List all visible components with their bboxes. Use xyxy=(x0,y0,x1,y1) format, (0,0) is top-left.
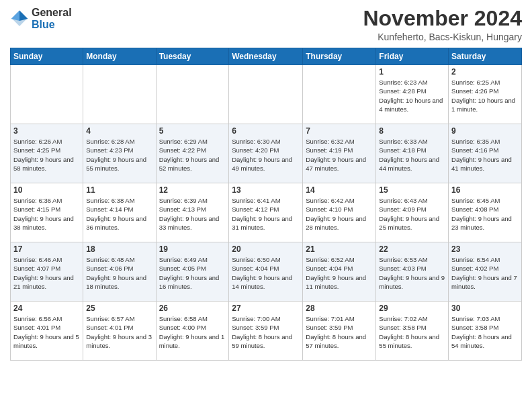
day-info: Sunrise: 6:39 AM Sunset: 4:13 PM Dayligh… xyxy=(159,196,226,232)
day-info: Sunrise: 6:49 AM Sunset: 4:05 PM Dayligh… xyxy=(159,255,226,291)
calendar-week-2: 3Sunrise: 6:26 AM Sunset: 4:25 PM Daylig… xyxy=(11,124,522,183)
weekday-monday: Monday xyxy=(83,48,156,65)
day-number: 4 xyxy=(86,126,152,136)
calendar-cell: 21Sunrise: 6:52 AM Sunset: 4:04 PM Dayli… xyxy=(303,242,376,302)
day-info: Sunrise: 6:53 AM Sunset: 4:03 PM Dayligh… xyxy=(379,255,445,291)
day-number: 18 xyxy=(86,244,152,254)
calendar-cell xyxy=(11,65,83,124)
calendar-cell: 5Sunrise: 6:29 AM Sunset: 4:22 PM Daylig… xyxy=(156,124,229,183)
day-number: 21 xyxy=(306,244,373,254)
day-info: Sunrise: 6:35 AM Sunset: 4:16 PM Dayligh… xyxy=(451,137,519,173)
calendar-week-3: 10Sunrise: 6:36 AM Sunset: 4:15 PM Dayli… xyxy=(11,183,522,242)
calendar-cell: 2Sunrise: 6:25 AM Sunset: 4:26 PM Daylig… xyxy=(449,65,522,124)
day-number: 14 xyxy=(306,185,373,195)
calendar-cell: 25Sunrise: 6:57 AM Sunset: 4:01 PM Dayli… xyxy=(83,302,156,361)
calendar-cell: 9Sunrise: 6:35 AM Sunset: 4:16 PM Daylig… xyxy=(449,124,522,183)
calendar-cell: 16Sunrise: 6:45 AM Sunset: 4:08 PM Dayli… xyxy=(449,183,522,242)
day-info: Sunrise: 6:38 AM Sunset: 4:14 PM Dayligh… xyxy=(86,196,152,232)
location: Kunfeherto, Bacs-Kiskun, Hungary xyxy=(363,32,522,42)
calendar-cell: 3Sunrise: 6:26 AM Sunset: 4:25 PM Daylig… xyxy=(11,124,83,183)
day-number: 24 xyxy=(13,304,80,313)
day-number: 7 xyxy=(306,126,373,136)
day-number: 20 xyxy=(232,244,300,254)
day-info: Sunrise: 7:03 AM Sunset: 3:58 PM Dayligh… xyxy=(451,314,519,350)
day-info: Sunrise: 6:57 AM Sunset: 4:01 PM Dayligh… xyxy=(86,314,152,350)
calendar-cell: 12Sunrise: 6:39 AM Sunset: 4:13 PM Dayli… xyxy=(156,183,229,242)
calendar-cell: 7Sunrise: 6:32 AM Sunset: 4:19 PM Daylig… xyxy=(303,124,376,183)
calendar-cell: 30Sunrise: 7:03 AM Sunset: 3:58 PM Dayli… xyxy=(449,302,522,361)
day-number: 10 xyxy=(13,185,80,195)
weekday-header-row: SundayMondayTuesdayWednesdayThursdayFrid… xyxy=(11,48,522,65)
day-info: Sunrise: 6:29 AM Sunset: 4:22 PM Dayligh… xyxy=(159,137,226,173)
calendar-cell: 23Sunrise: 6:54 AM Sunset: 4:02 PM Dayli… xyxy=(449,242,522,302)
logo-icon xyxy=(10,9,29,28)
calendar-cell: 26Sunrise: 6:58 AM Sunset: 4:00 PM Dayli… xyxy=(156,302,229,361)
day-info: Sunrise: 6:45 AM Sunset: 4:08 PM Dayligh… xyxy=(451,196,519,232)
logo-general: General xyxy=(32,7,72,18)
day-info: Sunrise: 6:41 AM Sunset: 4:12 PM Dayligh… xyxy=(232,196,300,232)
calendar-cell: 24Sunrise: 6:56 AM Sunset: 4:01 PM Dayli… xyxy=(11,302,83,361)
day-info: Sunrise: 6:42 AM Sunset: 4:10 PM Dayligh… xyxy=(306,196,373,232)
calendar-week-1: 1Sunrise: 6:23 AM Sunset: 4:28 PM Daylig… xyxy=(11,65,522,124)
day-info: Sunrise: 7:01 AM Sunset: 3:59 PM Dayligh… xyxy=(306,314,373,350)
month-title: November 2024 xyxy=(363,7,522,30)
calendar-cell: 8Sunrise: 6:33 AM Sunset: 4:18 PM Daylig… xyxy=(376,124,449,183)
weekday-tuesday: Tuesday xyxy=(156,48,229,65)
day-number: 29 xyxy=(379,304,445,313)
calendar-cell: 19Sunrise: 6:49 AM Sunset: 4:05 PM Dayli… xyxy=(156,242,229,302)
day-info: Sunrise: 6:58 AM Sunset: 4:00 PM Dayligh… xyxy=(159,314,226,350)
day-number: 11 xyxy=(86,185,152,195)
calendar-week-4: 17Sunrise: 6:46 AM Sunset: 4:07 PM Dayli… xyxy=(11,242,522,302)
calendar-cell: 10Sunrise: 6:36 AM Sunset: 4:15 PM Dayli… xyxy=(11,183,83,242)
day-number: 19 xyxy=(159,244,226,254)
day-info: Sunrise: 6:54 AM Sunset: 4:02 PM Dayligh… xyxy=(451,255,519,291)
day-number: 1 xyxy=(379,67,445,77)
day-number: 25 xyxy=(86,304,152,313)
day-number: 27 xyxy=(232,304,300,313)
calendar-cell: 15Sunrise: 6:43 AM Sunset: 4:09 PM Dayli… xyxy=(376,183,449,242)
calendar-cell: 17Sunrise: 6:46 AM Sunset: 4:07 PM Dayli… xyxy=(11,242,83,302)
day-info: Sunrise: 6:46 AM Sunset: 4:07 PM Dayligh… xyxy=(13,255,80,291)
day-info: Sunrise: 6:32 AM Sunset: 4:19 PM Dayligh… xyxy=(306,137,373,173)
calendar-cell: 14Sunrise: 6:42 AM Sunset: 4:10 PM Dayli… xyxy=(303,183,376,242)
day-number: 12 xyxy=(159,185,226,195)
logo-text: General Blue xyxy=(32,7,72,31)
calendar-cell: 29Sunrise: 7:02 AM Sunset: 3:58 PM Dayli… xyxy=(376,302,449,361)
day-number: 30 xyxy=(451,304,519,313)
calendar-cell xyxy=(83,65,156,124)
day-number: 26 xyxy=(159,304,226,313)
day-number: 8 xyxy=(379,126,445,136)
calendar-week-5: 24Sunrise: 6:56 AM Sunset: 4:01 PM Dayli… xyxy=(11,302,522,361)
calendar-cell xyxy=(156,65,229,124)
calendar-cell: 13Sunrise: 6:41 AM Sunset: 4:12 PM Dayli… xyxy=(229,183,303,242)
calendar-cell: 11Sunrise: 6:38 AM Sunset: 4:14 PM Dayli… xyxy=(83,183,156,242)
day-number: 2 xyxy=(451,67,519,77)
day-info: Sunrise: 6:36 AM Sunset: 4:15 PM Dayligh… xyxy=(13,196,80,232)
day-info: Sunrise: 6:28 AM Sunset: 4:23 PM Dayligh… xyxy=(86,137,152,173)
calendar-cell xyxy=(303,65,376,124)
day-info: Sunrise: 6:50 AM Sunset: 4:04 PM Dayligh… xyxy=(232,255,300,291)
page-container: General Blue November 2024 Kunfeherto, B… xyxy=(0,0,532,411)
weekday-friday: Friday xyxy=(376,48,449,65)
day-info: Sunrise: 7:02 AM Sunset: 3:58 PM Dayligh… xyxy=(379,314,445,350)
title-block: November 2024 Kunfeherto, Bacs-Kiskun, H… xyxy=(363,7,522,42)
calendar-cell: 4Sunrise: 6:28 AM Sunset: 4:23 PM Daylig… xyxy=(83,124,156,183)
calendar-table: SundayMondayTuesdayWednesdayThursdayFrid… xyxy=(10,48,522,361)
calendar-cell xyxy=(229,65,303,124)
day-info: Sunrise: 6:43 AM Sunset: 4:09 PM Dayligh… xyxy=(379,196,445,232)
page-header: General Blue November 2024 Kunfeherto, B… xyxy=(10,7,522,42)
day-info: Sunrise: 6:48 AM Sunset: 4:06 PM Dayligh… xyxy=(86,255,152,291)
calendar-cell: 22Sunrise: 6:53 AM Sunset: 4:03 PM Dayli… xyxy=(376,242,449,302)
weekday-thursday: Thursday xyxy=(303,48,376,65)
logo: General Blue xyxy=(10,7,72,31)
day-info: Sunrise: 7:00 AM Sunset: 3:59 PM Dayligh… xyxy=(232,314,300,350)
day-number: 23 xyxy=(451,244,519,254)
calendar-cell: 1Sunrise: 6:23 AM Sunset: 4:28 PM Daylig… xyxy=(376,65,449,124)
day-number: 17 xyxy=(13,244,80,254)
day-number: 13 xyxy=(232,185,300,195)
calendar-cell: 27Sunrise: 7:00 AM Sunset: 3:59 PM Dayli… xyxy=(229,302,303,361)
calendar-cell: 28Sunrise: 7:01 AM Sunset: 3:59 PM Dayli… xyxy=(303,302,376,361)
weekday-saturday: Saturday xyxy=(449,48,522,65)
day-number: 6 xyxy=(232,126,300,136)
day-info: Sunrise: 6:30 AM Sunset: 4:20 PM Dayligh… xyxy=(232,137,300,173)
